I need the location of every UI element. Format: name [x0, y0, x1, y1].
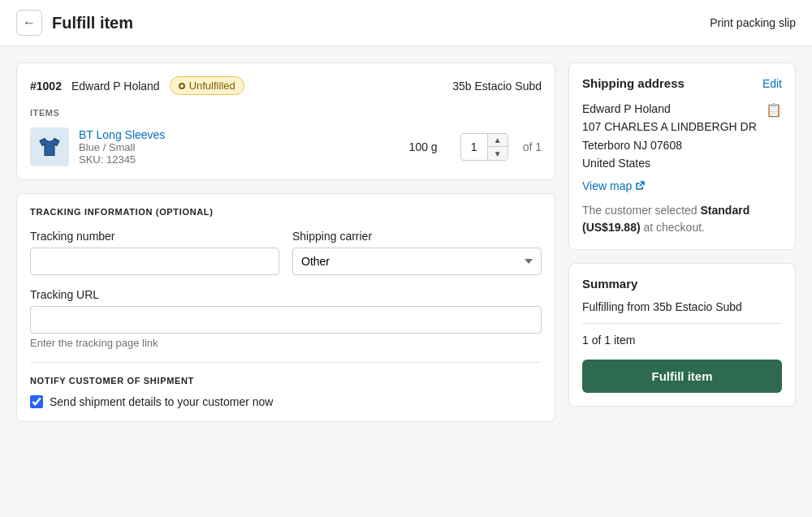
- tracking-number-group: Tracking number: [30, 230, 279, 275]
- tracking-title: TRACKING INFORMATION (OPTIONAL): [30, 207, 542, 217]
- quantity-buttons: ▲ ▼: [487, 134, 508, 160]
- notify-title: NOTIFY CUSTOMER OF SHIPMENT: [30, 376, 542, 386]
- summary-title: Summary: [582, 277, 782, 291]
- status-dot: [179, 83, 185, 89]
- page-title: Fulfill item: [52, 14, 133, 32]
- item-weight: 100 g: [409, 140, 438, 153]
- tracking-url-input[interactable]: [30, 306, 542, 334]
- view-map-label: View map: [582, 179, 632, 192]
- right-column: Shipping address Edit Edward P Holand 10…: [568, 62, 796, 422]
- item-row: BT Long Sleeves Blue / Small SKU: 12345 …: [30, 127, 542, 166]
- summary-divider: [582, 323, 782, 324]
- address-country: United States: [582, 154, 759, 172]
- quantity-of: of 1: [523, 140, 542, 153]
- tracking-card: TRACKING INFORMATION (OPTIONAL) Tracking…: [16, 193, 555, 422]
- quantity-up-button[interactable]: ▲: [488, 134, 508, 147]
- carrier-group: Shipping carrier Other UPS FedEx DHL USP…: [292, 230, 542, 275]
- header-left: ← Fulfill item: [16, 10, 133, 36]
- items-label: ITEMS: [30, 108, 542, 118]
- order-number: #1002: [30, 80, 62, 93]
- fulfilling-from: Fulfilling from 35b Estacio Subd: [582, 300, 782, 313]
- tracking-url-group: Tracking URL Enter the tracking page lin…: [30, 288, 542, 349]
- shipping-address-card: Shipping address Edit Edward P Holand 10…: [568, 62, 796, 250]
- items-section: ITEMS BT Long Sleeves Blue / Small SKU: …: [30, 108, 542, 166]
- shirt-icon: [35, 132, 64, 162]
- status-label: Unfulfilled: [189, 80, 235, 92]
- order-card: #1002 Edward P Holand Unfulfilled 35b Es…: [16, 62, 555, 180]
- quantity-value: 1: [461, 137, 487, 157]
- item-sku: SKU: 12345: [79, 153, 400, 166]
- item-image: [30, 127, 69, 166]
- status-badge: Unfulfilled: [170, 76, 244, 95]
- order-header: #1002 Edward P Holand Unfulfilled 35b Es…: [30, 76, 542, 95]
- notify-checkbox[interactable]: [30, 395, 43, 408]
- shipping-note: The customer selected Standard (US$19.88…: [582, 202, 782, 236]
- tracking-number-label: Tracking number: [30, 230, 279, 243]
- carrier-label: Shipping carrier: [292, 230, 542, 243]
- carrier-select[interactable]: Other UPS FedEx DHL USPS Canada Post: [292, 248, 542, 275]
- address-name: Edward P Holand: [582, 100, 759, 118]
- quantity-control: 1 ▲ ▼: [460, 133, 508, 161]
- print-packing-slip-link[interactable]: Print packing slip: [710, 16, 796, 29]
- item-variant: Blue / Small: [79, 141, 400, 153]
- shipping-address-title: Shipping address: [582, 76, 762, 90]
- customer-name: Edward P Holand: [71, 80, 160, 93]
- address-line1: 107 CHARLES A LINDBERGH DR: [582, 118, 759, 136]
- shipping-method: Standard (US$19.88): [582, 204, 749, 234]
- copy-icon[interactable]: 📋: [766, 100, 782, 173]
- tracking-url-hint: Enter the tracking page link: [30, 337, 542, 349]
- summary-card: Summary Fulfilling from 35b Estacio Subd…: [568, 263, 796, 407]
- fulfill-item-button[interactable]: Fulfill item: [582, 360, 782, 393]
- left-column: #1002 Edward P Holand Unfulfilled 35b Es…: [16, 62, 555, 422]
- tracking-number-input[interactable]: [30, 248, 279, 275]
- address-text: Edward P Holand 107 CHARLES A LINDBERGH …: [582, 100, 759, 173]
- notify-section: NOTIFY CUSTOMER OF SHIPMENT Send shipmen…: [30, 362, 542, 408]
- main-content: #1002 Edward P Holand Unfulfilled 35b Es…: [0, 46, 812, 438]
- edit-address-link[interactable]: Edit: [762, 77, 782, 90]
- tracking-url-label: Tracking URL: [30, 288, 99, 301]
- view-map-link[interactable]: View map: [582, 179, 782, 192]
- external-link-icon: [635, 181, 645, 191]
- notify-checkbox-row: Send shipment details to your customer n…: [30, 395, 542, 408]
- address-block: Edward P Holand 107 CHARLES A LINDBERGH …: [582, 100, 782, 173]
- tracking-form-row: Tracking number Shipping carrier Other U…: [30, 230, 542, 275]
- address-city-state: Teterboro NJ 07608: [582, 136, 759, 154]
- back-button[interactable]: ←: [16, 10, 42, 36]
- back-icon: ←: [23, 15, 36, 30]
- page-header: ← Fulfill item Print packing slip: [0, 0, 812, 46]
- item-name-link[interactable]: BT Long Sleeves: [79, 128, 165, 141]
- quantity-down-button[interactable]: ▼: [488, 147, 508, 160]
- notify-checkbox-label: Send shipment details to your customer n…: [50, 395, 273, 408]
- shipping-card-header: Shipping address Edit: [582, 76, 782, 90]
- order-location: 35b Estacio Subd: [452, 80, 542, 93]
- items-count: 1 of 1 item: [582, 334, 782, 347]
- item-details: BT Long Sleeves Blue / Small SKU: 12345: [79, 128, 400, 166]
